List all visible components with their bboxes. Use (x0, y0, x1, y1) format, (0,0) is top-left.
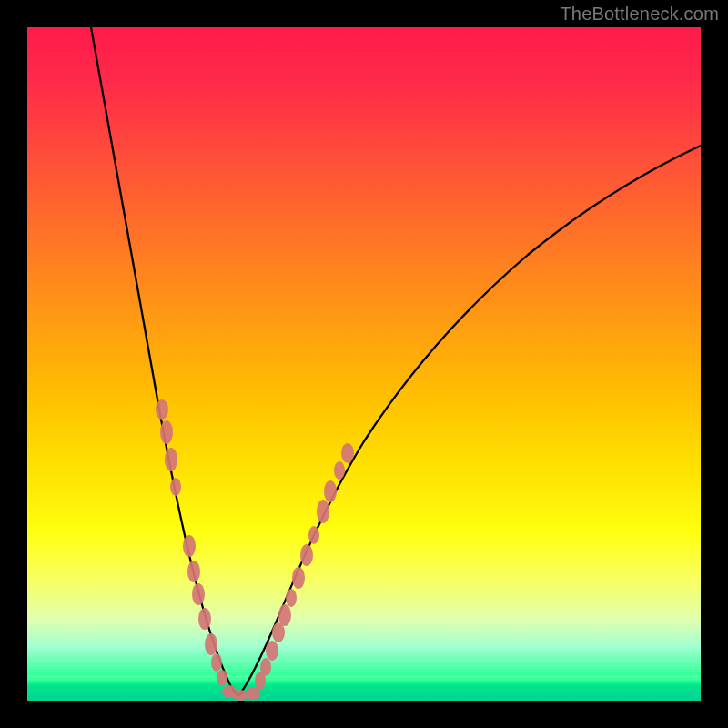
chart-plot-area (27, 27, 701, 701)
green-baseline-band (27, 675, 701, 701)
watermark-text: TheBottleneck.com (560, 4, 719, 25)
